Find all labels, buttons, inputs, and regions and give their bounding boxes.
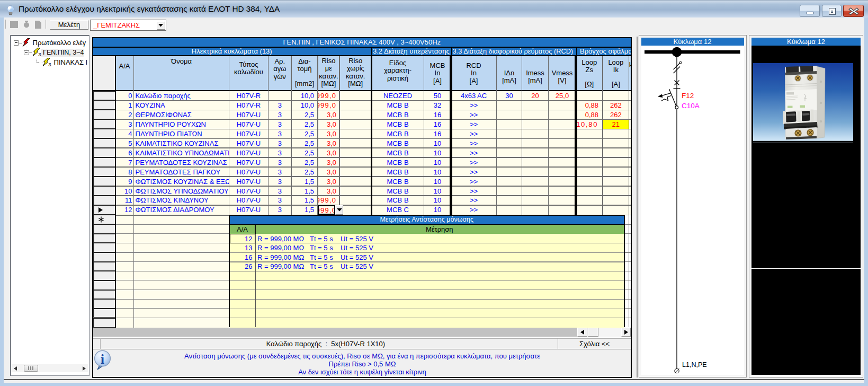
svg-text:3: 3 <box>38 51 41 57</box>
svg-text:F12: F12 <box>682 92 694 100</box>
svg-text:L1,N,PE: L1,N,PE <box>682 361 707 369</box>
svg-text:3: 3 <box>48 62 51 67</box>
svg-text:C10A: C10A <box>682 102 700 110</box>
